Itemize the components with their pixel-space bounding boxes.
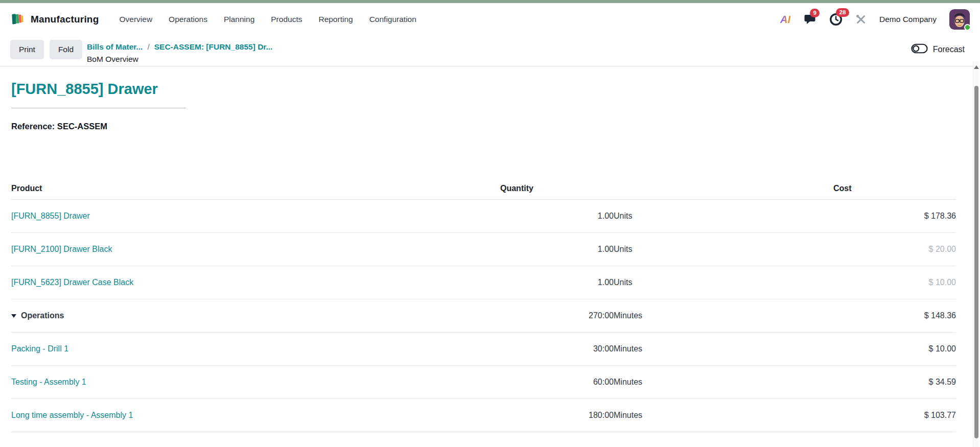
scrollbar-thumb[interactable] <box>974 86 978 438</box>
quantity-cell: 30:00 <box>500 333 614 366</box>
column-header-quantity: Quantity <box>500 179 833 200</box>
product-link[interactable]: [FURN_2100] Drawer Black <box>11 245 112 253</box>
unit-cell: Minutes <box>614 366 833 399</box>
nav-item-overview[interactable]: Overview <box>112 10 160 29</box>
table-row: Long time assembly - Assembly 1 180:00 M… <box>11 399 956 432</box>
breadcrumb-separator: / <box>147 42 149 52</box>
nav-item-planning[interactable]: Planning <box>217 10 262 29</box>
nav-item-reporting[interactable]: Reporting <box>311 10 360 29</box>
app-menu-button[interactable]: Manufacturing <box>10 11 99 28</box>
operation-link[interactable]: Testing - Assembly 1 <box>11 378 86 386</box>
breadcrumb: Bills of Mater... / SEC-ASSEM: [FURN_885… <box>87 40 272 64</box>
operation-link[interactable]: Packing - Drill 1 <box>11 344 68 353</box>
tools-icon[interactable] <box>855 14 867 25</box>
fold-button[interactable]: Fold <box>50 40 82 59</box>
breadcrumb-parent-link[interactable]: Bills of Mater... <box>87 42 143 52</box>
messages-badge: 9 <box>810 9 820 17</box>
cost-cell: $ 103.77 <box>833 399 956 432</box>
column-header-product: Product <box>11 179 500 200</box>
navbar-systray: AI 9 28 <box>780 9 970 30</box>
nav-item-configuration[interactable]: Configuration <box>362 10 424 29</box>
unit-cell: Minutes <box>614 333 833 366</box>
cost-cell: $ 10.00 <box>833 333 956 366</box>
nav-item-products[interactable]: Products <box>264 10 309 29</box>
column-header-cost: Cost <box>833 179 956 200</box>
toggle-off-icon <box>911 43 928 56</box>
nav-item-operations[interactable]: Operations <box>161 10 215 29</box>
navbar: Manufacturing Overview Operations Planni… <box>0 3 980 36</box>
company-switcher[interactable]: Demo Company <box>879 15 937 24</box>
breadcrumb-subtitle: BoM Overview <box>87 55 272 64</box>
table-row: Testing - Assembly 1 60:00 Minutes $ 34.… <box>11 366 956 399</box>
quantity-cell: 60:00 <box>500 366 614 399</box>
control-panel: Print Fold Bills of Mater... / SEC-ASSEM… <box>0 36 980 66</box>
print-button[interactable]: Print <box>10 40 44 59</box>
breadcrumb-current-link[interactable]: SEC-ASSEM: [FURN_8855] Dr... <box>154 42 273 52</box>
bom-table: Product Quantity Cost [FURN_8855] Drawer… <box>11 179 956 432</box>
online-status-dot <box>964 24 971 31</box>
cost-cell: $ 20.00 <box>833 233 956 266</box>
table-row-section: Operations 270:00 Minutes $ 148.36 <box>11 299 956 333</box>
messages-icon[interactable]: 9 <box>803 13 816 26</box>
forecast-toggle-group[interactable]: Forecast <box>911 40 970 59</box>
section-label[interactable]: Operations <box>21 311 64 320</box>
vertical-scrollbar[interactable] <box>973 61 979 447</box>
operation-link[interactable]: Long time assembly - Assembly 1 <box>11 411 133 419</box>
activities-clock-icon[interactable]: 28 <box>829 13 843 26</box>
table-row: [FURN_8855] Drawer 1.00 Units $ 178.36 <box>11 200 956 233</box>
table-row: [FURN_5623] Drawer Case Black 1.00 Units… <box>11 266 956 299</box>
control-panel-buttons: Print Fold <box>10 40 82 59</box>
table-row: Packing - Drill 1 30:00 Minutes $ 10.00 <box>11 333 956 366</box>
app-name: Manufacturing <box>31 14 99 25</box>
product-link[interactable]: [FURN_8855] Drawer <box>11 211 90 220</box>
bom-reference: Reference: SEC-ASSEM <box>11 122 956 131</box>
manufacturing-logo-icon <box>10 11 26 28</box>
bom-overview-content: [FURN_8855] Drawer Reference: SEC-ASSEM … <box>0 66 980 432</box>
quantity-cell: 180:00 <box>500 399 614 432</box>
table-row: [FURN_2100] Drawer Black 1.00 Units $ 20… <box>11 233 956 266</box>
cost-cell: $ 148.36 <box>833 299 956 333</box>
unit-cell: Minutes <box>614 299 833 333</box>
caret-down-icon[interactable] <box>11 314 16 318</box>
cost-cell: $ 10.00 <box>833 266 956 299</box>
screen: Manufacturing Overview Operations Planni… <box>0 0 980 447</box>
table-header-row: Product Quantity Cost <box>11 179 956 200</box>
product-link[interactable]: [FURN_5623] Drawer Case Black <box>11 278 133 287</box>
cost-cell: $ 178.36 <box>833 200 956 233</box>
unit-cell: Units <box>614 266 833 299</box>
scrollbar-up-arrow-icon[interactable] <box>974 65 979 69</box>
unit-cell: Units <box>614 233 833 266</box>
ai-icon[interactable]: AI <box>780 14 790 26</box>
activities-badge: 28 <box>836 8 849 17</box>
quantity-cell: 270:00 <box>500 299 614 333</box>
unit-cell: Units <box>614 200 833 233</box>
page-title: [FURN_8855] Drawer <box>11 82 186 108</box>
quantity-cell: 1.00 <box>500 233 614 266</box>
user-avatar[interactable] <box>949 9 970 30</box>
nav-menu: Overview Operations Planning Products Re… <box>112 10 424 29</box>
quantity-cell: 1.00 <box>500 200 614 233</box>
quantity-cell: 1.00 <box>500 266 614 299</box>
unit-cell: Minutes <box>614 399 833 432</box>
forecast-toggle-label: Forecast <box>933 45 965 54</box>
cost-cell: $ 34.59 <box>833 366 956 399</box>
